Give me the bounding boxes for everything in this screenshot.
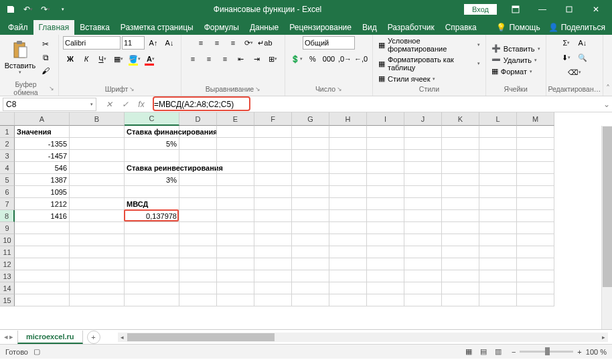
underline-button[interactable]: Ч▾ bbox=[95, 52, 110, 66]
cell[interactable] bbox=[479, 126, 517, 138]
row-header[interactable]: 12 bbox=[0, 258, 15, 270]
cell[interactable] bbox=[254, 258, 292, 270]
cell[interactable] bbox=[179, 282, 217, 294]
cell[interactable] bbox=[292, 222, 329, 234]
cell[interactable] bbox=[367, 294, 404, 306]
number-format-select[interactable] bbox=[303, 36, 355, 50]
cell[interactable] bbox=[329, 282, 367, 294]
cell[interactable] bbox=[404, 270, 442, 282]
cell[interactable] bbox=[367, 270, 404, 282]
row-header[interactable]: 1 bbox=[0, 126, 15, 138]
conditional-format-button[interactable]: ▦Условное форматирование▾ bbox=[377, 36, 481, 54]
cell[interactable] bbox=[254, 210, 292, 222]
cell[interactable] bbox=[404, 246, 442, 258]
cell[interactable] bbox=[125, 222, 179, 234]
column-header[interactable]: K bbox=[442, 112, 479, 126]
cell[interactable] bbox=[217, 150, 254, 162]
vertical-scroll-thumb[interactable] bbox=[603, 126, 612, 287]
cell[interactable] bbox=[442, 186, 479, 198]
cell[interactable] bbox=[15, 246, 70, 258]
cell[interactable] bbox=[442, 282, 479, 294]
fill-icon[interactable]: ⬇▾ bbox=[559, 51, 574, 64]
cell[interactable] bbox=[404, 162, 442, 174]
cell[interactable] bbox=[70, 234, 125, 246]
cell[interactable] bbox=[179, 270, 217, 282]
cell[interactable] bbox=[517, 222, 554, 234]
add-sheet-button[interactable]: + bbox=[87, 331, 100, 344]
select-all-corner[interactable] bbox=[0, 112, 15, 126]
page-layout-view-icon[interactable]: ▤ bbox=[477, 346, 490, 358]
cell[interactable] bbox=[479, 210, 517, 222]
cell[interactable] bbox=[292, 198, 329, 210]
cell[interactable] bbox=[479, 162, 517, 174]
cell[interactable] bbox=[404, 198, 442, 210]
cell[interactable] bbox=[179, 126, 217, 138]
cell[interactable] bbox=[70, 294, 125, 306]
cell[interactable] bbox=[179, 174, 217, 186]
cell[interactable] bbox=[479, 282, 517, 294]
cell[interactable] bbox=[479, 234, 517, 246]
increase-decimal-icon[interactable]: ,0→ bbox=[337, 52, 352, 66]
sheet-nav[interactable]: ◂▸ bbox=[0, 333, 17, 341]
cell[interactable] bbox=[329, 126, 367, 138]
cell[interactable] bbox=[367, 126, 404, 138]
align-launcher-icon[interactable]: ↘ bbox=[255, 86, 260, 92]
decrease-decimal-icon[interactable]: ←,0 bbox=[354, 52, 368, 66]
cell[interactable] bbox=[179, 150, 217, 162]
bold-button[interactable]: Ж bbox=[63, 52, 78, 66]
cell[interactable] bbox=[125, 246, 179, 258]
row-header[interactable]: 7 bbox=[0, 198, 15, 210]
cell[interactable] bbox=[292, 234, 329, 246]
column-header[interactable]: H bbox=[329, 112, 367, 126]
cell[interactable] bbox=[70, 246, 125, 258]
cell[interactable] bbox=[217, 210, 254, 222]
close-icon[interactable]: ✕ bbox=[583, 1, 609, 17]
name-box[interactable]: C8▾ bbox=[3, 98, 96, 111]
cell[interactable] bbox=[442, 294, 479, 306]
cell[interactable] bbox=[367, 150, 404, 162]
cell[interactable] bbox=[70, 126, 125, 138]
cell[interactable] bbox=[479, 270, 517, 282]
italic-button[interactable]: К bbox=[79, 52, 94, 66]
tab-data[interactable]: Данные bbox=[244, 20, 284, 35]
cell[interactable] bbox=[179, 222, 217, 234]
cell[interactable] bbox=[125, 234, 179, 246]
row-header[interactable]: 8 bbox=[0, 210, 15, 222]
border-icon[interactable]: ▦▾ bbox=[111, 52, 126, 66]
cell[interactable] bbox=[254, 294, 292, 306]
font-size-select[interactable] bbox=[122, 36, 145, 50]
cell[interactable] bbox=[217, 162, 254, 174]
cell[interactable] bbox=[404, 294, 442, 306]
cell[interactable] bbox=[517, 198, 554, 210]
format-as-table-button[interactable]: ▦Форматировать как таблицу▾ bbox=[377, 55, 481, 72]
cell[interactable] bbox=[367, 246, 404, 258]
cell[interactable]: 1212 bbox=[15, 198, 70, 210]
cell[interactable] bbox=[404, 186, 442, 198]
cell[interactable] bbox=[367, 138, 404, 150]
cell[interactable] bbox=[404, 210, 442, 222]
percent-icon[interactable]: % bbox=[305, 52, 320, 66]
cell[interactable] bbox=[217, 258, 254, 270]
cell[interactable] bbox=[404, 150, 442, 162]
cell[interactable] bbox=[329, 222, 367, 234]
row-header[interactable]: 5 bbox=[0, 174, 15, 186]
cell[interactable] bbox=[254, 186, 292, 198]
worksheet-grid[interactable]: ABCDEFGHIJKLM 123456789101112131415 Знач… bbox=[0, 112, 612, 329]
cell[interactable] bbox=[179, 258, 217, 270]
cell[interactable] bbox=[15, 258, 70, 270]
zoom-out-icon[interactable]: − bbox=[512, 348, 516, 356]
cell[interactable] bbox=[179, 186, 217, 198]
tab-file[interactable]: Файл bbox=[3, 20, 33, 35]
expand-formula-icon[interactable]: ⌄ bbox=[601, 100, 612, 109]
zoom-slider[interactable] bbox=[520, 351, 573, 353]
tab-layout[interactable]: Разметка страницы bbox=[115, 20, 199, 35]
paste-button[interactable]: Вставить▾ bbox=[4, 36, 36, 79]
align-top-icon[interactable]: ≡ bbox=[194, 36, 208, 50]
cell[interactable] bbox=[179, 234, 217, 246]
cell[interactable] bbox=[329, 186, 367, 198]
cell[interactable] bbox=[517, 210, 554, 222]
cell[interactable] bbox=[70, 222, 125, 234]
cell[interactable] bbox=[217, 174, 254, 186]
accept-formula-icon[interactable]: ✓ bbox=[118, 98, 133, 111]
column-header[interactable]: E bbox=[217, 112, 254, 126]
